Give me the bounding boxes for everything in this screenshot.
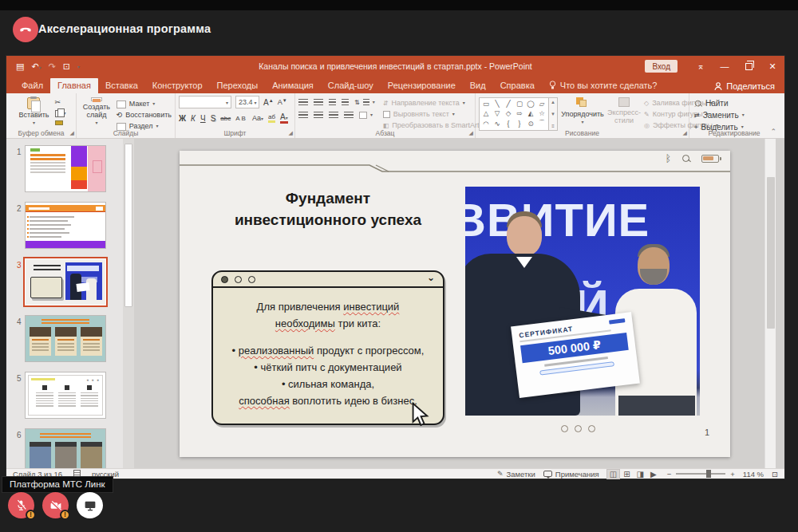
tab-animations[interactable]: Анимация	[265, 78, 321, 93]
screen-share-button[interactable]	[77, 492, 103, 518]
thumbnail-scrollbar-thumb[interactable]	[124, 144, 132, 307]
zoom-slider[interactable]	[676, 473, 725, 475]
align-left-icon[interactable]	[298, 112, 308, 119]
fit-to-window-icon[interactable]: ⊡	[772, 470, 778, 479]
find-button[interactable]: Найти	[694, 99, 745, 108]
copy-button[interactable]: ▾	[55, 109, 66, 118]
notes-button[interactable]: ✎Заметки	[497, 470, 535, 479]
highlight-color-button[interactable]: аб	[268, 113, 275, 123]
bullets-icon[interactable]	[298, 99, 308, 106]
hangup-button[interactable]	[13, 17, 38, 42]
replace-button[interactable]: ⇄Заменить▾	[694, 111, 745, 120]
ribbon-display-options-icon[interactable]: ⌅	[689, 56, 713, 77]
comments-button[interactable]: Примечания	[543, 470, 599, 479]
strikethrough-button[interactable]: abc	[220, 115, 231, 122]
thumbnail-slide-3-preview[interactable]	[26, 259, 105, 305]
justify-icon[interactable]	[344, 112, 354, 119]
slideshow-view-icon[interactable]: ▶	[648, 470, 659, 479]
paragraph-dialog-launcher[interactable]: ◢	[469, 130, 473, 136]
canvas-scrollbar-thumb[interactable]	[767, 177, 775, 329]
layout-button[interactable]: Макет▾	[117, 100, 172, 108]
zoom-in-button[interactable]: +	[730, 470, 735, 479]
align-text-button[interactable]: Выровнять текст▾	[383, 110, 485, 119]
bold-button[interactable]: Ж	[179, 114, 186, 123]
tab-home[interactable]: Главная	[50, 78, 98, 93]
tab-help[interactable]: Справка	[493, 78, 542, 93]
tab-insert[interactable]: Вставка	[98, 78, 145, 93]
new-slide-button[interactable]: Создать слайд▾	[80, 96, 113, 128]
quick-styles-button[interactable]: Экспресс-стили	[607, 96, 641, 128]
microphone-muted-button[interactable]: !	[8, 492, 34, 518]
drawing-dialog-launcher[interactable]: ◢	[683, 130, 687, 136]
decrease-indent-icon[interactable]	[329, 99, 336, 106]
thumbnail-slide-4-preview[interactable]	[26, 316, 105, 361]
zoom-level[interactable]: 114 %	[743, 470, 764, 479]
save-icon[interactable]: ▤	[16, 61, 24, 72]
columns-button[interactable]: ▾	[359, 111, 373, 120]
tab-design[interactable]: Конструктор	[145, 78, 210, 93]
cut-button[interactable]: ✂	[55, 98, 66, 107]
collapse-ribbon-icon[interactable]: ⌃	[770, 128, 776, 136]
font-name-select[interactable]: ▾	[179, 96, 231, 108]
text-shadow-button[interactable]: S	[211, 114, 216, 123]
text-direction-button[interactable]: ⇵Направление текста▾	[383, 99, 485, 108]
tab-review[interactable]: Рецензирование	[381, 78, 463, 93]
sign-in-button[interactable]: Вход	[645, 60, 678, 73]
normal-view-icon[interactable]: ◫	[607, 470, 619, 479]
customize-qat-icon[interactable]: ▾	[77, 64, 80, 69]
shrink-font-button[interactable]: А▼	[278, 98, 287, 106]
thumbnail-slide-3-selected: 3	[6, 259, 123, 305]
undo-icon[interactable]: ↶▾	[31, 61, 41, 72]
slide-sorter-view-icon[interactable]: ⊞	[621, 470, 632, 479]
reset-button[interactable]: ⟲Восстановить	[117, 111, 172, 120]
tab-view[interactable]: Вид	[463, 78, 493, 93]
camera-off-button[interactable]: !	[42, 492, 69, 518]
restore-button[interactable]	[737, 56, 760, 77]
share-button[interactable]: Поделиться	[714, 81, 775, 91]
tab-slideshow[interactable]: Слайд-шоу	[321, 78, 381, 93]
thumbnail-slide-6-preview[interactable]	[26, 429, 105, 468]
italic-button[interactable]: К	[191, 114, 196, 123]
slide-photo[interactable]: ВВИТИЕ ОЙ С	[465, 187, 700, 416]
current-slide[interactable]: ᛒ Фундамент инвестиционного успеха	[180, 151, 730, 457]
increase-indent-icon[interactable]	[342, 99, 349, 106]
slide-title[interactable]: Фундамент инвестиционного успеха	[180, 187, 476, 231]
tell-me-box[interactable]: Что вы хотите сделать?	[542, 78, 665, 93]
align-right-icon[interactable]	[329, 112, 338, 119]
clipboard-dialog-launcher[interactable]: ◢	[70, 130, 74, 136]
thumbnail-slide-2-preview[interactable]	[26, 203, 105, 248]
shapes-gallery[interactable]: ▭╲╱▢◯▱ △▽◇⇨◭☆ ◠∿{}⊙⌒	[479, 97, 549, 131]
reading-view-icon[interactable]: ◨	[634, 470, 646, 479]
underline-button[interactable]: Ч	[200, 114, 206, 123]
character-spacing-button[interactable]: АВ	[235, 115, 247, 122]
change-case-button[interactable]: Аа▾	[252, 114, 263, 122]
numbering-icon[interactable]	[314, 99, 323, 106]
arrange-button[interactable]: Упорядочить▾	[561, 96, 604, 128]
close-button[interactable]: ✕	[760, 56, 784, 77]
redo-icon[interactable]: ↷	[49, 61, 56, 72]
thumbnail-slide-1-preview[interactable]	[26, 146, 105, 191]
zoom-out-button[interactable]: −	[667, 470, 672, 479]
zoom-slider-thumb[interactable]	[706, 470, 711, 478]
font-size-select[interactable]: 23.4▾	[235, 96, 259, 108]
ribbon: Вставить▾ ✂ ▾ Буфер обмена ◢ Создать сла…	[6, 93, 784, 139]
paste-button[interactable]: Вставить▾	[16, 96, 51, 128]
font-dialog-launcher[interactable]: ◢	[289, 130, 293, 136]
powerpoint-titlebar[interactable]: ▤ ↶▾ ↷ ⊡ ▾ Каналы поиска и привлечения и…	[6, 56, 784, 77]
thumbnail-slide-5: 5 ● ● ●	[6, 372, 123, 418]
thumbnail-slide-5-preview[interactable]: ● ● ●	[26, 372, 105, 418]
format-painter-button[interactable]	[55, 120, 66, 125]
canvas-scrollbar[interactable]	[764, 139, 776, 468]
font-color-button[interactable]: А▾	[280, 112, 288, 124]
grow-font-button[interactable]: А▲	[263, 98, 274, 107]
minimize-button[interactable]: —	[713, 56, 737, 77]
align-center-icon[interactable]	[314, 112, 323, 119]
slide-text-window-box[interactable]: ⌄ Для привлечения инвестиций необходимы …	[211, 270, 444, 425]
tab-transitions[interactable]: Переходы	[210, 78, 266, 93]
thumbnail-scrollbar[interactable]	[123, 139, 134, 468]
person-left-head	[507, 216, 542, 256]
start-slideshow-icon[interactable]: ⊡	[63, 61, 70, 72]
line-spacing-button[interactable]: ⇅▾	[354, 98, 375, 107]
tab-file[interactable]: Файл	[14, 78, 50, 93]
shapes-gallery-scroll[interactable]: ▲▼≡	[549, 97, 558, 131]
